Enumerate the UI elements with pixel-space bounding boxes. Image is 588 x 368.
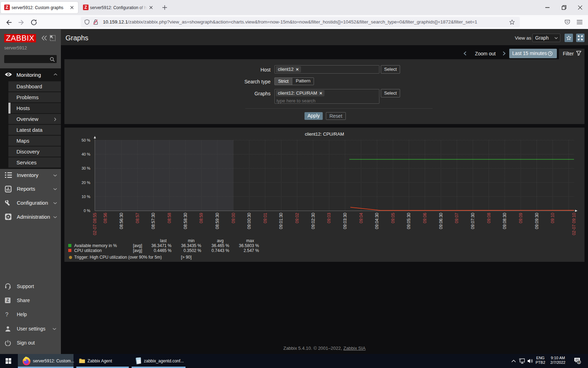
svg-text:08:59: 08:59 <box>199 213 204 223</box>
svg-text:09:00:30: 09:00:30 <box>247 213 252 229</box>
svg-text:09:03: 09:03 <box>327 213 331 223</box>
svg-text:08:57: 08:57 <box>135 213 140 223</box>
svg-text:08:56:30: 08:56:30 <box>119 213 124 229</box>
svg-text:30 %: 30 % <box>82 166 90 170</box>
svg-text:09:05:30: 09:05:30 <box>406 213 411 229</box>
svg-text:09:07: 09:07 <box>454 213 459 223</box>
svg-text:09:06: 09:06 <box>422 213 427 223</box>
svg-text:0 %: 0 % <box>84 209 90 213</box>
svg-text:08:58: 08:58 <box>167 213 172 223</box>
svg-text:08:58:30: 08:58:30 <box>183 213 188 229</box>
svg-text:08:59:30: 08:59:30 <box>215 213 220 229</box>
svg-text:09:10: 09:10 <box>550 213 555 223</box>
svg-text:09:00: 09:00 <box>231 213 236 223</box>
svg-text:40 %: 40 % <box>82 152 90 156</box>
svg-text:09:09: 09:09 <box>518 213 523 223</box>
svg-text:09:08:30: 09:08:30 <box>502 213 507 229</box>
svg-text:1: 1 <box>578 360 580 364</box>
svg-text:09:04:30: 09:04:30 <box>374 213 379 229</box>
svg-text:08:57:30: 08:57:30 <box>151 213 156 229</box>
svg-text:20 %: 20 % <box>82 180 90 185</box>
svg-text:02-07 09:10: 02-07 09:10 <box>572 213 576 235</box>
svg-text:09:06:30: 09:06:30 <box>439 213 443 229</box>
svg-text:08:56: 08:56 <box>103 213 108 223</box>
svg-text:09:02: 09:02 <box>295 213 300 223</box>
svg-text:10 %: 10 % <box>82 195 90 199</box>
svg-text:09:05: 09:05 <box>391 213 396 223</box>
svg-text:50 %: 50 % <box>82 138 90 142</box>
svg-text:09:03:30: 09:03:30 <box>343 213 348 229</box>
svg-text:09:09:30: 09:09:30 <box>534 213 539 229</box>
svg-text:09:01: 09:01 <box>263 213 268 223</box>
svg-text:09:08: 09:08 <box>486 213 491 223</box>
svg-text:09:07:30: 09:07:30 <box>470 213 475 229</box>
svg-text:09:04: 09:04 <box>359 213 364 223</box>
svg-text:09:01:30: 09:01:30 <box>279 213 284 229</box>
svg-text:09:02:30: 09:02:30 <box>311 213 316 229</box>
svg-text:02-07 08:55: 02-07 08:55 <box>92 213 97 235</box>
